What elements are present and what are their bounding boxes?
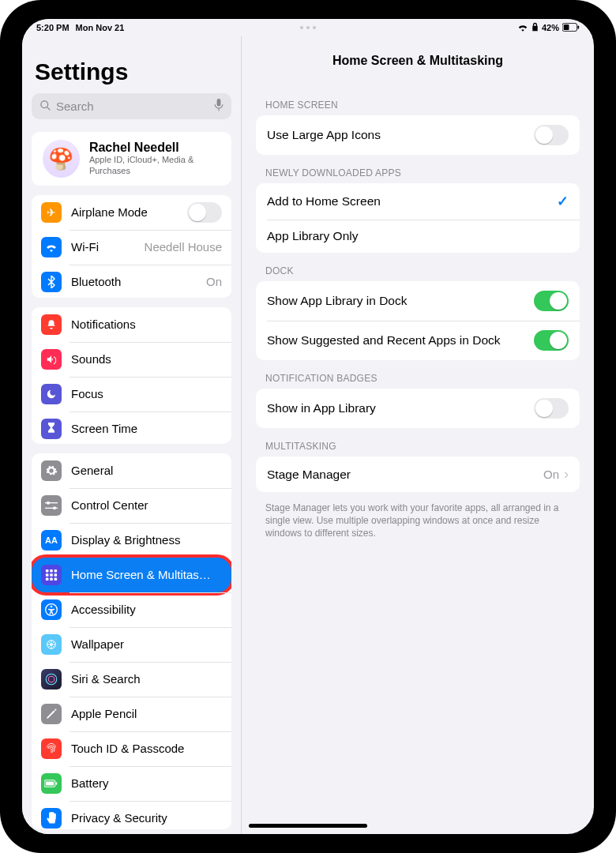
sidebar-item-touchid[interactable]: Touch ID & Passcode bbox=[32, 731, 231, 766]
row-label: Show App Library in Dock bbox=[267, 294, 407, 308]
section-header-badges: NOTIFICATION BADGES bbox=[242, 365, 594, 389]
sidebar-item-sounds[interactable]: Sounds bbox=[32, 342, 231, 377]
svg-rect-10 bbox=[45, 507, 58, 508]
sidebar-item-label: General bbox=[71, 464, 222, 477]
hand-icon bbox=[41, 808, 62, 829]
grid-icon bbox=[41, 565, 62, 585]
svg-rect-28 bbox=[56, 782, 58, 784]
sidebar-item-wifi[interactable]: Wi-Fi Needell House bbox=[32, 230, 231, 265]
sidebar-item-screen-time[interactable]: Screen Time bbox=[32, 411, 231, 444]
airplane-icon: ✈︎ bbox=[41, 202, 62, 223]
sidebar-item-home-screen[interactable]: Home Screen & Multitas… bbox=[32, 558, 231, 592]
section-header-multitasking: MULTITASKING bbox=[242, 433, 594, 457]
search-input[interactable]: Search bbox=[32, 93, 231, 119]
svg-rect-13 bbox=[54, 569, 58, 573]
airplane-toggle[interactable] bbox=[187, 202, 222, 223]
sidebar-item-label: Screen Time bbox=[71, 422, 222, 435]
row-show-in-app-library[interactable]: Show in App Library bbox=[256, 389, 580, 428]
row-label: Show in App Library bbox=[267, 401, 376, 415]
page-title: Settings bbox=[22, 36, 241, 90]
svg-rect-12 bbox=[50, 569, 53, 573]
sidebar-item-label: Siri & Search bbox=[71, 672, 222, 686]
search-placeholder: Search bbox=[56, 100, 94, 113]
row-large-app-icons[interactable]: Use Large App Icons bbox=[256, 115, 580, 155]
row-show-suggested-dock[interactable]: Show Suggested and Recent Apps in Dock bbox=[256, 321, 580, 360]
sidebar-item-privacy[interactable]: Privacy & Security bbox=[32, 801, 231, 829]
sidebar-item-label: Airplane Mode bbox=[71, 205, 178, 219]
suggested-dock-toggle[interactable] bbox=[534, 330, 569, 351]
text-size-icon: AA bbox=[41, 530, 62, 551]
status-date: Mon Nov 21 bbox=[76, 23, 125, 32]
sidebar-item-notifications[interactable]: Notifications bbox=[32, 307, 231, 342]
sidebar-item-label: Accessibility bbox=[71, 603, 222, 616]
sidebar-item-airplane[interactable]: ✈︎ Airplane Mode bbox=[32, 195, 231, 230]
mic-icon[interactable] bbox=[214, 99, 223, 114]
battery-icon bbox=[562, 23, 580, 33]
sidebar-item-accessibility[interactable]: Accessibility bbox=[32, 592, 231, 627]
svg-point-24 bbox=[46, 674, 57, 685]
sidebar-item-general[interactable]: General bbox=[32, 453, 231, 488]
svg-line-4 bbox=[47, 107, 50, 110]
sidebar-item-apple-pencil[interactable]: Apple Pencil bbox=[32, 697, 231, 731]
sidebar-item-label: Touch ID & Passcode bbox=[71, 742, 222, 755]
status-bar: 5:20 PM Mon Nov 21 42% bbox=[22, 19, 594, 36]
avatar: 🍄 bbox=[43, 140, 80, 178]
svg-rect-8 bbox=[45, 502, 58, 503]
apple-id-profile[interactable]: 🍄 Rachel Needell Apple ID, iCloud+, Medi… bbox=[32, 132, 231, 185]
row-label: App Library Only bbox=[267, 229, 358, 243]
bell-icon bbox=[41, 314, 62, 335]
sidebar-item-battery[interactable]: Battery bbox=[32, 766, 231, 801]
battery-settings-icon bbox=[41, 773, 62, 794]
stage-manager-footer: Stage Manager lets you work with your fa… bbox=[242, 497, 594, 545]
row-label: Show Suggested and Recent Apps in Dock bbox=[267, 333, 501, 348]
multitask-dots-icon[interactable] bbox=[300, 26, 316, 29]
svg-rect-16 bbox=[54, 573, 58, 577]
row-add-to-home[interactable]: Add to Home Screen ✓ bbox=[256, 183, 580, 220]
search-icon bbox=[39, 100, 51, 114]
profile-subtitle: Apple ID, iCloud+, Media & Purchases bbox=[89, 155, 220, 177]
app-library-dock-toggle[interactable] bbox=[534, 291, 569, 311]
sidebar-item-label: Wallpaper bbox=[71, 637, 222, 651]
sidebar-item-bluetooth[interactable]: Bluetooth On bbox=[32, 265, 231, 298]
sidebar-item-focus[interactable]: Focus bbox=[32, 377, 231, 411]
detail-title: Home Screen & Multitasking bbox=[242, 36, 594, 92]
row-label: Use Large App Icons bbox=[267, 128, 381, 142]
svg-point-25 bbox=[48, 676, 54, 682]
wifi-settings-icon bbox=[41, 237, 62, 257]
sidebar-item-label: Apple Pencil bbox=[71, 707, 222, 720]
status-time: 5:20 PM bbox=[36, 23, 69, 32]
row-app-library-only[interactable]: App Library Only bbox=[256, 220, 580, 253]
large-icons-toggle[interactable] bbox=[534, 125, 569, 145]
moon-icon bbox=[41, 384, 62, 404]
sidebar-item-control-center[interactable]: Control Center bbox=[32, 488, 231, 523]
hourglass-icon bbox=[41, 419, 62, 439]
settings-sidebar: Settings Search 🍄 Rachel Needell Apple I… bbox=[22, 36, 242, 834]
sidebar-item-label: Control Center bbox=[71, 498, 222, 512]
sidebar-item-label: Focus bbox=[71, 387, 222, 400]
sidebar-item-siri[interactable]: Siri & Search bbox=[32, 662, 231, 697]
badges-app-library-toggle[interactable] bbox=[534, 398, 569, 419]
battery-percent: 42% bbox=[542, 23, 559, 32]
stage-manager-value: On bbox=[543, 468, 559, 481]
svg-rect-17 bbox=[46, 577, 49, 581]
sidebar-item-label: Privacy & Security bbox=[71, 811, 222, 825]
svg-rect-15 bbox=[50, 573, 53, 577]
profile-name: Rachel Needell bbox=[89, 141, 220, 155]
svg-rect-1 bbox=[564, 24, 569, 30]
row-stage-manager[interactable]: Stage Manager On › bbox=[256, 457, 580, 492]
home-indicator[interactable] bbox=[249, 824, 367, 828]
sidebar-item-label: Bluetooth bbox=[71, 275, 197, 288]
sidebar-item-label: Home Screen & Multitas… bbox=[71, 568, 222, 581]
svg-rect-19 bbox=[54, 577, 58, 581]
sidebar-item-display[interactable]: AA Display & Brightness bbox=[32, 523, 231, 558]
wifi-icon bbox=[517, 23, 528, 33]
svg-rect-5 bbox=[217, 99, 221, 107]
gear-icon bbox=[41, 460, 62, 481]
wifi-network-value: Needell House bbox=[145, 240, 222, 254]
detail-pane: Home Screen & Multitasking HOME SCREEN U… bbox=[242, 36, 594, 834]
pencil-icon bbox=[41, 704, 62, 724]
svg-point-21 bbox=[51, 605, 53, 607]
checkmark-icon: ✓ bbox=[557, 193, 569, 210]
row-show-app-library-dock[interactable]: Show App Library in Dock bbox=[256, 281, 580, 321]
sidebar-item-wallpaper[interactable]: Wallpaper bbox=[32, 627, 231, 662]
